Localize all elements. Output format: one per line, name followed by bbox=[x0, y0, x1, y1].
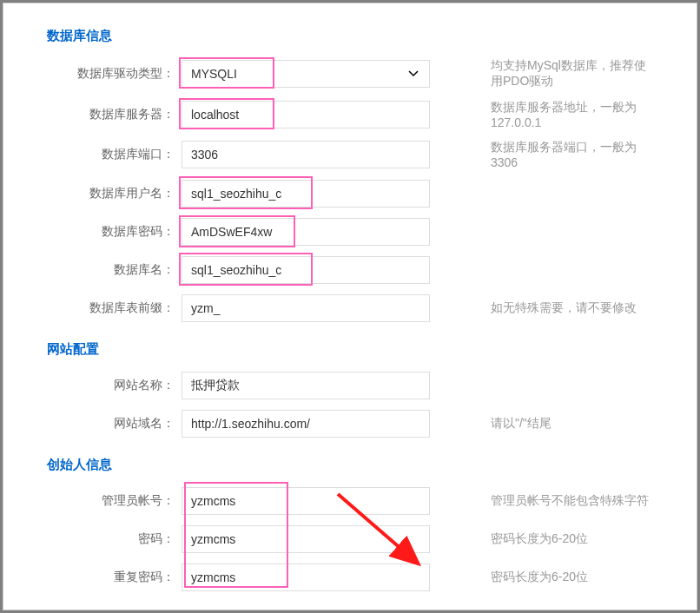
hint-db-prefix: 如无特殊需要，请不要修改 bbox=[491, 300, 653, 316]
row-db-prefix: 数据库表前缀： 如无特殊需要，请不要修改 bbox=[47, 294, 653, 322]
row-db-driver: 数据库驱动类型： MYSQLI 均支持MySql数据库，推荐使用PDO驱动 bbox=[47, 58, 653, 89]
label-site-domain: 网站域名： bbox=[47, 416, 182, 432]
hint-site-domain: 请以"/"结尾 bbox=[491, 416, 653, 432]
label-admin-pwd: 密码： bbox=[47, 531, 182, 547]
row-admin-pwd2: 重复密码： 密码长度为6-20位 bbox=[47, 564, 653, 591]
input-db-prefix[interactable] bbox=[182, 294, 430, 322]
row-site-domain: 网站域名： 请以"/"结尾 bbox=[47, 410, 653, 438]
section-title-db: 数据库信息 bbox=[47, 28, 653, 44]
label-admin-pwd2: 重复密码： bbox=[47, 570, 182, 585]
row-admin-account: 管理员帐号： 管理员帐号不能包含特殊字符 bbox=[47, 487, 653, 515]
row-site-name: 网站名称： bbox=[47, 372, 653, 399]
input-db-port[interactable] bbox=[182, 141, 430, 168]
label-db-driver: 数据库驱动类型： bbox=[47, 66, 182, 82]
label-admin-account: 管理员帐号： bbox=[47, 493, 182, 509]
label-db-server: 数据库服务器： bbox=[47, 107, 182, 122]
hint-db-driver: 均支持MySql数据库，推荐使用PDO驱动 bbox=[491, 58, 653, 89]
hint-admin-account: 管理员帐号不能包含特殊字符 bbox=[491, 493, 653, 509]
input-admin-pwd2[interactable] bbox=[182, 564, 430, 591]
row-db-name: 数据库名： bbox=[47, 256, 653, 284]
label-db-port: 数据库端口： bbox=[47, 147, 182, 162]
input-db-username[interactable] bbox=[182, 180, 430, 208]
input-admin-account[interactable] bbox=[182, 487, 430, 515]
input-db-server[interactable] bbox=[182, 101, 430, 129]
label-db-prefix: 数据库表前缀： bbox=[47, 300, 182, 316]
row-db-server: 数据库服务器： 数据库服务器地址，一般为127.0.0.1 bbox=[47, 100, 653, 129]
section-title-site: 网站配置 bbox=[47, 341, 653, 358]
label-db-name: 数据库名： bbox=[47, 262, 182, 278]
hint-admin-pwd: 密码长度为6-20位 bbox=[491, 531, 653, 547]
section-title-founder: 创始人信息 bbox=[47, 457, 653, 473]
install-form-container: 数据库信息 数据库驱动类型： MYSQLI 均支持MySql数据库，推荐使用PD… bbox=[3, 3, 697, 610]
hint-db-server: 数据库服务器地址，一般为127.0.0.1 bbox=[491, 100, 653, 129]
label-db-password: 数据库密码： bbox=[47, 224, 182, 240]
row-db-username: 数据库用户名： bbox=[47, 180, 653, 208]
input-site-name[interactable] bbox=[182, 372, 430, 399]
row-db-port: 数据库端口： 数据库服务器端口，一般为3306 bbox=[47, 140, 653, 169]
input-db-password[interactable] bbox=[182, 218, 430, 246]
label-db-username: 数据库用户名： bbox=[47, 186, 182, 201]
input-db-name[interactable] bbox=[182, 256, 430, 284]
hint-admin-pwd2: 密码长度为6-20位 bbox=[491, 570, 653, 585]
row-admin-pwd: 密码： 密码长度为6-20位 bbox=[47, 525, 653, 553]
label-site-name: 网站名称： bbox=[47, 378, 182, 393]
input-site-domain[interactable] bbox=[182, 410, 430, 438]
input-admin-pwd[interactable] bbox=[182, 525, 430, 553]
select-db-driver[interactable]: MYSQLI bbox=[182, 60, 430, 88]
hint-db-port: 数据库服务器端口，一般为3306 bbox=[491, 140, 653, 169]
row-db-password: 数据库密码： bbox=[47, 218, 653, 246]
